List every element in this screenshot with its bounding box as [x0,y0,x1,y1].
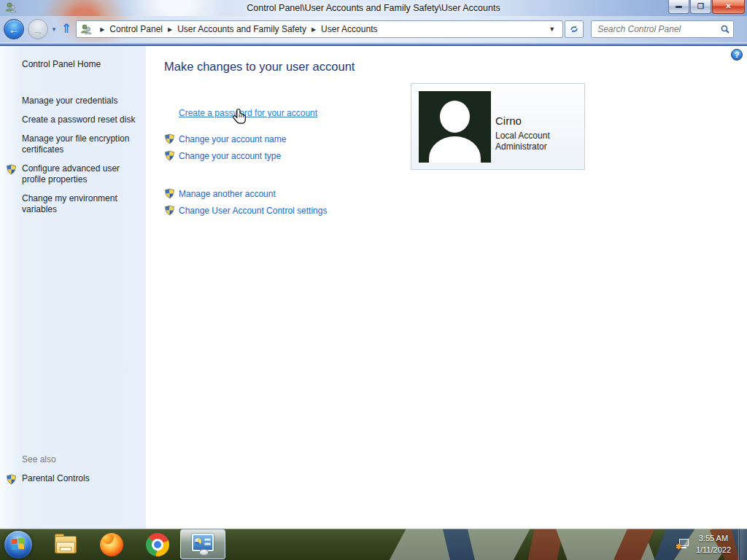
search-box[interactable] [591,20,734,38]
user-name: Cirno [495,114,522,127]
control-panel-icon [190,534,215,556]
taskbar: ✱ 3:55 AM 1/11/2022 [0,529,747,560]
taskbar-control-panel-active-button[interactable] [180,529,225,559]
breadcrumb-control-panel[interactable]: Control Panel [109,24,163,34]
desktop: Control Panel\User Accounts and Family S… [0,0,747,560]
address-bar[interactable]: ▶ Control Panel ▶ User Accounts and Fami… [76,20,563,38]
forward-button[interactable]: → [28,19,48,39]
help-icon[interactable]: ? [731,49,743,61]
system-tray: ✱ 3:55 AM 1/11/2022 [676,529,747,560]
taskbar-chrome-icon[interactable] [145,532,170,557]
search-icon[interactable] [720,24,730,34]
uac-shield-icon [164,133,175,147]
sidebar-item-file-encryption[interactable]: Manage your file encryption certificates [0,133,146,163]
change-account-type-link[interactable]: Change your account type [179,151,281,161]
clock-date: 1/11/2022 [696,545,731,556]
up-button[interactable]: ⇑ [61,21,71,36]
uac-shield-icon [164,188,175,201]
user-role: Administrator [495,141,547,152]
restore-button[interactable]: ❐ [690,0,711,14]
uac-shield-icon [6,164,17,178]
breadcrumb-family-safety[interactable]: User Accounts and Family Safety [177,24,306,34]
taskbar-windows-explorer-icon[interactable] [53,532,78,557]
close-button[interactable]: ✕ [712,0,745,14]
sidebar-item-advanced-profile[interactable]: Configure advanced user profile properti… [0,163,146,193]
breadcrumb-separator-icon: ▶ [163,26,177,33]
manage-another-account-link[interactable]: Manage another account [179,189,276,199]
user-account-tile[interactable]: Cirno Local Account Administrator [411,83,585,170]
restore-icon: ❐ [697,3,704,10]
page-title: Make changes to your user account [164,60,355,74]
back-button[interactable]: ← [4,19,24,39]
user-avatar [419,91,491,163]
user-accounts-address-icon [80,23,92,35]
sidebar-item-control-panel-home[interactable]: Control Panel Home [0,46,146,69]
refresh-icon [569,24,579,34]
network-status-icon[interactable]: ✱ [676,539,689,551]
breadcrumb-user-accounts[interactable]: User Accounts [321,24,377,34]
window-title: Control Panel\User Accounts and Family S… [0,3,747,13]
taskbar-firefox-icon[interactable] [99,532,124,557]
windows-logo-icon [12,538,25,551]
change-uac-settings-link[interactable]: Change User Account Control settings [179,206,327,216]
see-also-heading: See also [0,454,146,464]
address-dropdown-icon[interactable]: ▼ [543,26,561,33]
start-button[interactable] [4,531,32,559]
sidebar-item-password-reset-disk[interactable]: Create a password reset disk [0,114,146,133]
forward-arrow-icon: → [33,24,44,35]
sidebar-item-parental-controls[interactable]: Parental Controls [0,473,146,492]
sidebar: Control Panel Home Manage your credentia… [0,46,146,529]
minimize-button[interactable] [668,0,689,14]
mouse-cursor-hand-icon [232,108,248,130]
clock-time: 3:55 AM [696,533,731,545]
sidebar-item-manage-credentials[interactable]: Manage your credentials [0,96,146,114]
create-password-link[interactable]: Create a password for your account [179,108,317,118]
change-account-name-link[interactable]: Change your account name [179,134,286,144]
close-icon: ✕ [725,3,731,10]
uac-shield-icon [6,474,17,488]
back-arrow-icon: ← [9,24,20,35]
taskbar-clock[interactable]: 3:55 AM 1/11/2022 [696,533,731,556]
refresh-button[interactable] [565,20,584,38]
search-input[interactable] [597,24,720,34]
window-titlebar[interactable]: Control Panel\User Accounts and Family S… [0,0,747,16]
minimize-icon [676,6,682,8]
uac-shield-icon [164,205,175,218]
breadcrumb-separator-icon: ▶ [95,26,109,33]
sidebar-item-environment-variables[interactable]: Change my environment variables [0,193,146,223]
recent-pages-chevron-icon[interactable]: ▼ [51,26,57,33]
navigation-bar: ← → ▼ ⇑ ▶ Control Panel ▶ User Accounts … [0,16,747,42]
uac-shield-icon [164,150,175,163]
user-accounts-window-icon [5,1,17,16]
user-account-scope: Local Account [495,131,550,141]
breadcrumb-separator-icon: ▶ [306,26,321,33]
show-desktop-button[interactable] [739,529,747,560]
